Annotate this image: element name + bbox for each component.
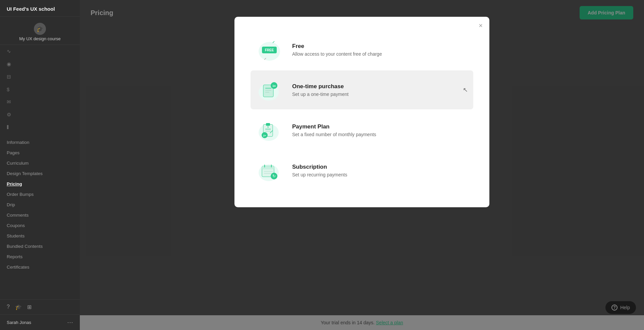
payment-plan-icon: $ 2+ — [256, 118, 283, 142]
cursor-indicator: ↖ — [463, 86, 468, 94]
sidebar-item-curriculum[interactable]: Curriculum — [0, 158, 80, 168]
settings-icon: ⚙ — [7, 112, 14, 118]
svg-rect-23 — [262, 166, 274, 169]
nav-items-list: Information Pages Curriculum Design Temp… — [0, 135, 80, 274]
pricing-option-one-time[interactable]: 1x One-time purchase Set up a one-time p… — [251, 70, 473, 109]
modal-overlay: × FREE Fre — [80, 0, 644, 330]
subscription-option-name: Subscription — [292, 164, 468, 170]
payment-plan-option-text: Payment Plan Set a fixed number of month… — [292, 123, 468, 137]
free-option-desc: Allow access to your content free of cha… — [292, 51, 468, 57]
sidebar-icon-dashboard[interactable]: ⊟ — [0, 70, 80, 83]
payment-plan-option-name: Payment Plan — [292, 123, 468, 130]
sidebar-icon-strip: ∿ ◉ ⊟ $ ✉ ⚙ ||| — [0, 45, 80, 132]
sidebar-item-coupons[interactable]: Coupons — [0, 220, 80, 231]
library-icon: ||| — [7, 124, 14, 129]
sidebar: UI Feed's UX school 🎓 My UX design cours… — [0, 0, 80, 330]
sidebar-icon-mail[interactable]: ✉ — [0, 96, 80, 108]
sidebar-item-order-bumps[interactable]: Order Bumps — [0, 189, 80, 200]
pricing-option-payment-plan[interactable]: $ 2+ Payment Plan Set a fixed number of … — [251, 111, 473, 150]
sidebar-item-information[interactable]: Information — [0, 137, 80, 148]
svg-text:$: $ — [267, 125, 269, 128]
graduation-icon[interactable]: 🎓 — [15, 304, 22, 310]
sidebar-item-reports[interactable]: Reports — [0, 252, 80, 262]
sidebar-icon-library[interactable]: ||| — [0, 121, 80, 132]
sidebar-item-pages[interactable]: Pages — [0, 148, 80, 158]
svg-text:1x: 1x — [272, 84, 276, 88]
current-user-name: Sarah Jonas — [7, 320, 31, 325]
sidebar-footer: Sarah Jonas ⋯ — [0, 314, 80, 330]
sidebar-bottom-icons: ? 🎓 ⊞ — [0, 299, 80, 314]
analytics-icon: ∿ — [7, 48, 14, 54]
sidebar-item-drip[interactable]: Drip — [0, 200, 80, 210]
course-info: 🎓 My UX design course — [0, 17, 80, 45]
one-time-purchase-icon: 1x — [256, 78, 283, 102]
svg-text:↻: ↻ — [272, 174, 276, 178]
dashboard-icon: ⊟ — [7, 74, 14, 80]
sidebar-icon-users[interactable]: ◉ — [0, 58, 80, 70]
integrations-icon[interactable]: ⊞ — [27, 304, 32, 310]
sidebar-item-design-templates[interactable]: Design Templates — [0, 168, 80, 179]
svg-text:FREE: FREE — [265, 48, 274, 52]
modal-close-button[interactable]: × — [479, 22, 483, 29]
one-time-option-name: One-time purchase — [292, 83, 451, 90]
app-title: UI Feed's UX school — [0, 0, 80, 17]
subscription-option-text: Subscription Set up recurring payments — [292, 164, 468, 177]
sidebar-item-bundled-contents[interactable]: Bundled Contents — [0, 241, 80, 252]
free-option-text: Free Allow access to your content free o… — [292, 43, 468, 57]
free-icon: FREE — [256, 38, 283, 62]
one-time-option-desc: Set up a one-time payment — [292, 92, 451, 97]
sidebar-item-pricing[interactable]: Pricing — [0, 179, 80, 189]
course-name: My UX design course — [19, 36, 61, 41]
sidebar-icon-revenue[interactable]: $ — [0, 83, 80, 96]
pricing-option-subscription[interactable]: ↻ Subscription Set up recurring payments — [251, 151, 473, 190]
one-time-option-text: One-time purchase Set up a one-time paym… — [292, 83, 451, 97]
sidebar-icon-settings[interactable]: ⚙ — [0, 108, 80, 121]
help-circle-icon[interactable]: ? — [7, 304, 10, 310]
svg-text:2+: 2+ — [263, 134, 266, 137]
subscription-icon: ↻ — [256, 158, 283, 182]
course-avatar: 🎓 — [34, 23, 46, 35]
sidebar-icon-analytics[interactable]: ∿ — [0, 45, 80, 58]
pricing-type-modal: × FREE Fre — [234, 17, 489, 207]
pricing-option-free[interactable]: FREE Free Allow access to your content f… — [251, 30, 473, 69]
more-options-icon[interactable]: ⋯ — [67, 319, 73, 326]
revenue-icon: $ — [7, 87, 14, 92]
sidebar-nav: Information Pages Curriculum Design Temp… — [0, 132, 80, 299]
users-icon: ◉ — [7, 61, 14, 67]
mail-icon: ✉ — [7, 99, 14, 105]
subscription-option-desc: Set up recurring payments — [292, 172, 468, 177]
sidebar-item-comments[interactable]: Comments — [0, 210, 80, 220]
main-content: Pricing Add Pricing Plan × FREE — [80, 0, 644, 330]
payment-plan-option-desc: Set a fixed number of monthly payments — [292, 132, 468, 137]
sidebar-item-students[interactable]: Students — [0, 231, 80, 241]
free-option-name: Free — [292, 43, 468, 50]
sidebar-item-certificates[interactable]: Certificates — [0, 262, 80, 272]
